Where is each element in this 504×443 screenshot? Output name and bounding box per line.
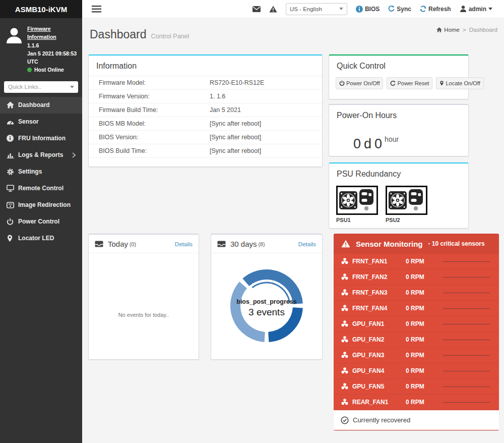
language-value: US - English bbox=[290, 6, 322, 12]
quick-control-title: Quick Control bbox=[329, 56, 468, 76]
sensor-sparkline bbox=[442, 367, 492, 374]
sidebar: ASMB10-iKVM Firmware Information 1.1.6 J… bbox=[0, 0, 82, 443]
sidebar-item-settings[interactable]: Settings bbox=[0, 163, 82, 180]
poh-hours-unit: hour bbox=[385, 135, 399, 143]
info-row-firmware-model: Firmware Model:RS720-E10-RS12E bbox=[89, 76, 322, 90]
home-icon bbox=[7, 101, 18, 108]
messages-icon[interactable] bbox=[253, 6, 261, 12]
sensor-name: REAR_FAN1 bbox=[352, 399, 406, 406]
fan-icon bbox=[341, 304, 352, 312]
info-row-value: [Sync after reboot] bbox=[210, 120, 261, 127]
sidebar-item-image-redirection[interactable]: Image Redirection bbox=[0, 197, 82, 213]
sensor-row-frnt-fan1[interactable]: FRNT_FAN10 RPM bbox=[334, 254, 499, 269]
gauge-icon bbox=[7, 119, 18, 125]
info-row-value: Jan 5 2021 bbox=[210, 106, 241, 114]
info-row-value: [Sync after reboot] bbox=[210, 134, 261, 141]
info-row-firmware-version: Firmware Version:1. 1.6 bbox=[89, 90, 322, 103]
user-menu[interactable]: admin bbox=[460, 5, 492, 13]
power-icon bbox=[339, 80, 345, 86]
alerts-icon[interactable] bbox=[269, 6, 277, 13]
refresh-button[interactable]: Refresh bbox=[420, 6, 451, 13]
info-row-value: 1. 1.6 bbox=[210, 93, 225, 100]
reset-icon bbox=[390, 81, 396, 86]
sync-button[interactable]: Sync bbox=[388, 6, 411, 13]
sidebar-item-sensor[interactable]: Sensor bbox=[0, 114, 82, 130]
bios-button[interactable]: BIOS bbox=[356, 6, 380, 13]
quick-links-placeholder: Quick Links.. bbox=[8, 84, 41, 90]
breadcrumb-separator: > bbox=[463, 27, 466, 33]
sensor-row-gpu-fan2[interactable]: GPU_FAN20 RPM bbox=[334, 332, 499, 348]
info-row-firmware-build-time: Firmware Build Time:Jan 5 2021 bbox=[89, 103, 322, 117]
psu-unit-psu2: PSU2 bbox=[386, 186, 427, 223]
fan-icon bbox=[341, 367, 352, 375]
information-title: Information bbox=[89, 56, 322, 76]
sensor-row-frnt-fan4[interactable]: FRNT_FAN40 RPM bbox=[334, 301, 499, 316]
sidebar-item-power-control[interactable]: Power Control bbox=[0, 213, 82, 230]
sidebar-item-locator-led[interactable]: Locator LED bbox=[0, 230, 82, 247]
sensor-value: 0 RPM bbox=[406, 273, 439, 281]
sensor-name: GPU_FAN2 bbox=[352, 336, 406, 343]
events-today-panel: Today (0) Details No events for today.. bbox=[88, 234, 199, 360]
button-label: Locate On/Off bbox=[446, 80, 480, 86]
events-today-details-link[interactable]: Details bbox=[175, 241, 193, 247]
events-30days-details-link[interactable]: Details bbox=[298, 241, 316, 247]
chevron-down-icon bbox=[70, 86, 74, 88]
sensor-value: 0 RPM bbox=[406, 367, 439, 374]
fan-icon bbox=[341, 273, 352, 281]
host-status-label: Host Online bbox=[34, 66, 64, 74]
sensor-value: 0 RPM bbox=[406, 320, 439, 327]
events-30days-panel: 30 days (8) Details bios_post_progress 3… bbox=[211, 234, 323, 360]
sensor-sparkline bbox=[442, 305, 492, 312]
sensor-row-frnt-fan2[interactable]: FRNT_FAN20 RPM bbox=[334, 269, 499, 285]
power-on-off-button[interactable]: Power On/Off bbox=[336, 77, 383, 89]
sensor-row-gpu-fan3[interactable]: GPU_FAN30 RPM bbox=[334, 348, 499, 363]
fan-icon bbox=[341, 289, 352, 297]
power-reset-button[interactable]: Power Reset bbox=[387, 77, 432, 89]
sidebar-item-label: Remote Control bbox=[18, 185, 64, 192]
information-panel: Information Firmware Model:RS720-E10-RS1… bbox=[88, 54, 323, 167]
sensor-name: FRNT_FAN1 bbox=[352, 258, 406, 265]
psu-fan-icon bbox=[339, 191, 357, 209]
breadcrumb-home[interactable]: Home bbox=[436, 27, 460, 33]
events-donut-chart[interactable]: bios_post_progress 3 events bbox=[216, 255, 317, 356]
sensor-sparkline bbox=[442, 258, 492, 265]
sidebar-item-dashboard[interactable]: Dashboard bbox=[0, 97, 82, 114]
sensor-name: GPU_FAN3 bbox=[352, 352, 406, 359]
events-today-count: (0) bbox=[130, 241, 136, 247]
info-row-label: BIOS MB Model: bbox=[99, 120, 210, 127]
sensor-sparkline bbox=[442, 336, 492, 343]
donut-center-label: bios_post_progress bbox=[236, 298, 297, 305]
sensor-row-frnt-fan3[interactable]: FRNT_FAN30 RPM bbox=[334, 285, 499, 301]
psu-units: PSU1PSU2 bbox=[329, 184, 468, 225]
bar-chart-icon bbox=[7, 151, 18, 158]
firmware-information-link[interactable]: Firmware Information bbox=[27, 25, 79, 41]
sensor-monitoring-panel: Sensor Monitoring - 10 critical sensors … bbox=[334, 234, 499, 430]
monitor-icon bbox=[7, 185, 18, 192]
sensor-row-gpu-fan4[interactable]: GPU_FAN40 RPM bbox=[334, 363, 499, 379]
quick-links-select[interactable]: Quick Links.. bbox=[4, 81, 78, 93]
topbar: US - English BIOS Sync Refresh admin bbox=[82, 0, 504, 18]
power-icon bbox=[7, 218, 18, 226]
sidebar-item-remote-control[interactable]: Remote Control bbox=[0, 180, 82, 197]
chevron-down-icon bbox=[339, 8, 343, 10]
sensor-row-gpu-fan1[interactable]: GPU_FAN10 RPM bbox=[334, 316, 499, 332]
sensor-monitoring-subtitle: - 10 critical sensors bbox=[428, 240, 485, 247]
sensor-row-rear-fan1[interactable]: REAR_FAN10 RPM bbox=[334, 395, 499, 410]
language-select[interactable]: US - English bbox=[286, 3, 347, 15]
home-icon bbox=[436, 27, 442, 32]
menu-toggle-icon[interactable] bbox=[92, 6, 101, 13]
locate-on-off-button[interactable]: Locate On/Off bbox=[436, 77, 483, 89]
fan-icon bbox=[341, 336, 352, 344]
information-rows: Firmware Model:RS720-E10-RS12EFirmware V… bbox=[89, 76, 322, 158]
sidebar-item-label: Locator LED bbox=[18, 235, 54, 242]
sidebar-item-fru-information[interactable]: FRU Information bbox=[0, 130, 82, 147]
sensor-sparkline bbox=[442, 399, 492, 406]
sidebar-item-logs-reports[interactable]: Logs & Reports bbox=[0, 147, 82, 163]
page-title: Dashboard bbox=[90, 28, 147, 41]
sidebar-item-label: Image Redirection bbox=[18, 201, 71, 208]
sensor-monitoring-title: Sensor Monitoring bbox=[356, 240, 423, 248]
sensor-rows: FRNT_FAN10 RPMFRNT_FAN20 RPMFRNT_FAN30 R… bbox=[334, 254, 499, 410]
sensor-row-gpu-fan5[interactable]: GPU_FAN50 RPM bbox=[334, 379, 499, 395]
sensor-name: FRNT_FAN2 bbox=[352, 273, 406, 281]
info-circle-icon bbox=[356, 6, 363, 13]
